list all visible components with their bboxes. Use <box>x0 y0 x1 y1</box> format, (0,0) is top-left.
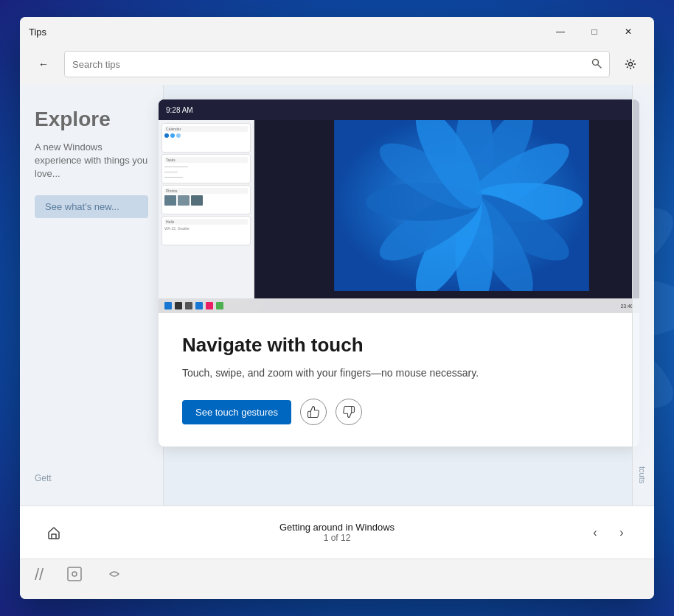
bottom-peek-item-2 <box>66 565 83 587</box>
bloom-svg-icon <box>269 120 639 291</box>
see-touch-gestures-button[interactable]: See touch gestures <box>182 400 291 424</box>
bottom-icon-1: // <box>35 565 44 584</box>
card-body: Navigate with touch Touch, swipe, and zo… <box>159 313 639 447</box>
bottom-peek-item-3 <box>105 565 123 587</box>
nav-page: 1 of 12 <box>279 533 395 543</box>
nav-info: Getting around in Windows 1 of 12 <box>279 522 395 543</box>
toolbar: ← <box>20 46 654 85</box>
screenshot-main-area <box>254 120 639 298</box>
close-button[interactable]: ✕ <box>611 20 645 43</box>
mini-header-2: Tasks <box>164 157 248 163</box>
whats-new-button[interactable]: See what's new... <box>35 195 148 218</box>
tips-window: Tips — □ ✕ ← <box>20 17 654 599</box>
card-left-peek: Explore A new Windows experience with th… <box>20 85 164 505</box>
dislike-button[interactable] <box>336 399 362 425</box>
explore-desc: A new Windows experience with things you… <box>35 141 148 181</box>
taskbar-icon-3 <box>185 302 192 309</box>
maximize-button[interactable]: □ <box>577 20 611 43</box>
title-controls: — □ ✕ <box>543 20 645 43</box>
task-list: ───────────────────── <box>164 164 248 180</box>
next-button[interactable]: › <box>610 521 633 545</box>
app-title: Tips <box>29 27 46 38</box>
prev-button[interactable]: ‹ <box>583 521 607 545</box>
mini-row <box>164 133 248 138</box>
bottom-icon-3 <box>105 565 123 587</box>
svg-rect-28 <box>68 567 81 581</box>
calendar-mini: Calendar <box>161 123 251 153</box>
taskbar-icon-1 <box>164 302 172 309</box>
screenshot-taskbar-bottom: 23:40 <box>159 298 639 313</box>
card-title: Navigate with touch <box>182 334 616 357</box>
bottom-icon-2 <box>66 565 83 587</box>
todo-content: WA-22, Seattle <box>164 226 248 231</box>
settings-button[interactable] <box>619 52 642 76</box>
card-description: Touch, swipe, and zoom with your fingers… <box>182 365 616 381</box>
mini-header-1: Calendar <box>164 126 248 132</box>
right-card-bottom-label: tcuts <box>638 466 647 483</box>
home-button[interactable] <box>41 519 67 546</box>
svg-point-14 <box>629 63 633 66</box>
nav-category: Getting around in Windows <box>279 522 395 533</box>
search-box <box>64 51 610 77</box>
main-card: 9:28 AM Calendar <box>159 99 639 447</box>
win11-screenshot: 9:28 AM Calendar <box>159 99 639 313</box>
photo-row <box>164 195 248 206</box>
title-bar: Tips — □ ✕ <box>20 17 654 46</box>
svg-line-13 <box>598 64 602 68</box>
nav-arrows: ‹ › <box>583 521 633 545</box>
back-button[interactable]: ← <box>32 52 55 76</box>
left-card-bottom-label: Gett <box>35 473 52 483</box>
taskbar-icon-2 <box>175 302 182 309</box>
taskbar-icon-5 <box>206 302 213 309</box>
taskbar-icons <box>164 302 223 309</box>
minimize-button[interactable]: — <box>543 20 577 43</box>
todo-mini: Hello WA-22, Seattle <box>161 216 251 245</box>
taskbar-icon-4 <box>195 302 203 309</box>
nav-footer: Getting around in Windows 1 of 12 ‹ › <box>20 505 654 559</box>
content-area: Explore A new Windows experience with th… <box>20 85 654 505</box>
search-input[interactable] <box>72 59 586 70</box>
card-right-peek: tcuts <box>632 85 654 505</box>
card-actions: See touch gestures <box>182 399 616 425</box>
screenshot-body: Calendar Tasks <box>159 120 639 298</box>
tasks-mini: Tasks ───────────────────── <box>161 154 251 183</box>
explore-title: Explore <box>35 107 148 132</box>
search-icon[interactable] <box>591 58 602 71</box>
bottom-peek-item-1: // <box>35 565 44 584</box>
svg-point-29 <box>72 572 77 576</box>
screenshot-left-apps: Calendar Tasks <box>159 120 254 298</box>
bottom-peek: // <box>20 559 654 599</box>
taskbar-icon-6 <box>216 302 223 309</box>
photos-mini: Photos <box>161 185 251 214</box>
screenshot-taskbar-top: 9:28 AM <box>159 99 639 120</box>
mini-header-4: Hello <box>164 219 248 225</box>
card-image: 9:28 AM Calendar <box>159 99 639 313</box>
like-button[interactable] <box>300 399 327 425</box>
mini-header-3: Photos <box>164 188 248 194</box>
title-bar-left: Tips <box>29 27 46 38</box>
screenshot-time: 9:28 AM <box>166 106 193 114</box>
